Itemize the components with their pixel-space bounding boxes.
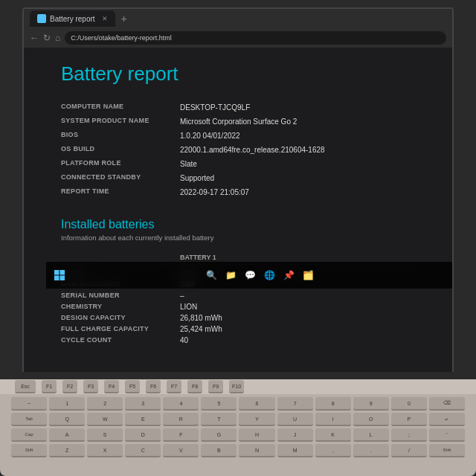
back-button[interactable]: ← [30,33,39,43]
laptop-frame: Battery report ✕ + ← ↻ ⌂ C:/Users/otake/… [0,0,476,476]
value-cycle-count: 40 [180,336,188,344]
key-f6[interactable]: F6 [146,380,161,393]
key-s[interactable]: S [87,428,123,442]
key-z[interactable]: Z [49,444,85,457]
key-t[interactable]: T [201,413,237,426]
value-computer-name: DESKTOP-TJCQ9LF [180,102,250,113]
battery-row-full-charge: FULL CHARGE CAPACITY 25,424 mWh [61,324,415,335]
keyboard-top-row: Esc F1 F2 F3 F4 F5 F6 F7 F8 F9 F10 [0,379,476,394]
key-6[interactable]: 6 [239,397,274,411]
key-f7[interactable]: F7 [167,380,181,393]
installed-batteries-header: Installed batteries Information about ea… [61,218,415,242]
key-c[interactable]: C [125,444,161,457]
key-m[interactable]: M [277,444,313,457]
key-1[interactable]: 1 [49,397,85,411]
key-a[interactable]: A [49,428,85,442]
key-v[interactable]: V [163,444,199,457]
refresh-button[interactable]: ↻ [43,33,51,43]
key-f4[interactable]: F4 [104,380,119,393]
key-f10[interactable]: F10 [229,380,244,393]
key-shift-left[interactable]: Shft [11,444,47,457]
key-3[interactable]: 3 [125,397,161,411]
new-tab-button[interactable]: + [121,13,127,25]
value-chemistry: LION [180,303,197,311]
key-o[interactable]: O [353,413,389,426]
key-2[interactable]: 2 [87,397,123,411]
key-quote[interactable]: ' [429,428,465,442]
key-5[interactable]: 5 [201,397,237,411]
section-title-batteries: Installed batteries [61,218,415,231]
key-enter[interactable]: ↵ [429,413,465,426]
taskbar-chat-icon[interactable]: 💬 [244,268,257,282]
taskbar-store-icon[interactable]: 🗂️ [302,268,315,282]
address-bar: ← ↻ ⌂ C:/Users/otake/battery-report.html [24,28,452,48]
key-i[interactable]: I [315,413,351,426]
key-slash[interactable]: / [391,444,427,457]
home-button[interactable]: ⌂ [55,33,60,43]
taskbar: 🔍 📁 💬 🌐 📌 🗂️ 21:05 [46,262,454,289]
key-0[interactable]: 0 [391,397,427,411]
section-subtitle-batteries: Information about each currently install… [61,234,415,242]
tab-close-button[interactable]: ✕ [102,15,108,22]
value-product-name: Microsoft Corporation Surface Go 2 [180,116,297,127]
address-input[interactable]: C:/Users/otake/battery-report.html [65,31,446,45]
info-row-os-build: OS BUILD 22000.1.amd64fre.co_release.210… [61,143,415,157]
key-l[interactable]: L [353,428,389,442]
key-h[interactable]: H [239,428,274,442]
key-w[interactable]: W [87,413,123,426]
key-4[interactable]: 4 [163,397,199,411]
key-8[interactable]: 8 [315,397,351,411]
key-y[interactable]: Y [239,413,274,426]
battery-row-serial: SERIAL NUMBER – [61,290,415,301]
key-b[interactable]: B [201,444,237,457]
key-9[interactable]: 9 [353,397,389,411]
key-tilde[interactable]: ~ [11,397,47,411]
taskbar-files-icon[interactable]: 📁 [225,268,238,282]
key-d[interactable]: D [125,428,161,442]
key-f3[interactable]: F3 [83,380,98,393]
key-f5[interactable]: F5 [125,380,140,393]
value-bios: 1.0.20 04/01/2022 [180,130,240,141]
key-f2[interactable]: F2 [62,380,77,393]
key-7[interactable]: 7 [277,397,313,411]
key-p[interactable]: P [391,413,427,426]
key-k[interactable]: K [315,428,351,442]
key-semicolon[interactable]: ; [391,428,427,442]
key-u[interactable]: U [277,413,313,426]
label-design-capacity: DESIGN CAPACITY [61,314,180,322]
key-f1[interactable]: F1 [42,380,57,393]
svg-rect-2 [54,276,60,281]
key-shift-right[interactable]: Shft [429,444,465,457]
key-f8[interactable]: F8 [187,380,202,393]
taskbar-browser-icon[interactable]: 🌐 [263,268,277,282]
key-caps[interactable]: Cap [11,428,47,442]
windows-logo-icon[interactable] [54,269,65,281]
label-product-name: SYSTEM PRODUCT NAME [61,116,180,127]
key-g[interactable]: G [201,428,237,442]
value-platform-role: Slate [180,158,197,170]
key-tab[interactable]: Tab [11,413,47,426]
key-q[interactable]: Q [49,413,85,426]
battery-row-cycle-count: CYCLE COUNT 40 [61,335,415,346]
browser-tab[interactable]: Battery report ✕ [30,10,115,27]
value-design-capacity: 26,810 mWh [180,314,222,322]
key-backspace[interactable]: ⌫ [429,397,465,411]
battery-row-design-capacity: DESIGN CAPACITY 26,810 mWh [61,312,415,324]
info-row-bios: BIOS 1.0.20 04/01/2022 [61,129,415,143]
key-n[interactable]: N [239,444,274,457]
value-report-time: 2022-09-17 21:05:07 [180,187,249,198]
value-connected-standby: Supported [180,173,214,184]
key-e[interactable]: E [125,413,161,426]
key-f9[interactable]: F9 [208,380,223,393]
key-j[interactable]: J [277,428,313,442]
key-comma[interactable]: , [315,444,351,457]
taskbar-search-icon[interactable]: 🔍 [205,268,219,282]
key-period[interactable]: . [353,444,389,457]
key-r[interactable]: R [163,413,199,426]
key-x[interactable]: X [87,444,123,457]
key-f[interactable]: F [163,428,199,442]
value-full-charge-capacity: 25,424 mWh [180,325,222,333]
taskbar-pin-icon[interactable]: 📌 [283,268,296,282]
keyboard-area: Esc F1 F2 F3 F4 F5 F6 F7 F8 F9 F10 ~ 1 2… [0,379,476,476]
key-esc[interactable]: Esc [15,380,36,393]
